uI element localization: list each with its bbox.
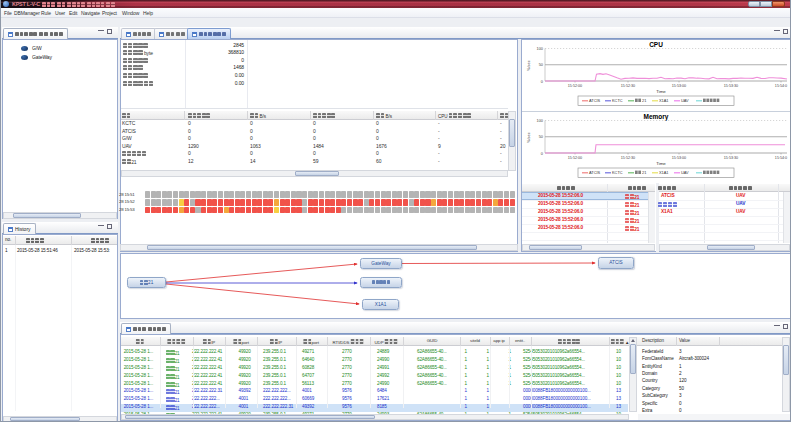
svg-text:15:53:30: 15:53:30 — [724, 156, 738, 160]
svg-text:%/sec: %/sec — [526, 60, 531, 71]
svg-text:0: 0 — [541, 79, 544, 84]
svg-text:UAV: UAV — [681, 98, 689, 103]
svg-text:15:52:00: 15:52:00 — [568, 84, 582, 88]
svg-text:15:53:30: 15:53:30 — [724, 84, 738, 88]
svg-text:KCTC: KCTC — [612, 170, 623, 175]
svg-text:100: 100 — [537, 118, 544, 123]
svg-text:0: 0 — [541, 151, 544, 156]
svg-text:KCTC: KCTC — [612, 98, 623, 103]
svg-text:ATCIS: ATCIS — [589, 170, 601, 175]
svg-text:15:54:0: 15:54:0 — [775, 84, 787, 88]
svg-text:50: 50 — [539, 62, 544, 67]
svg-text:X1A1: X1A1 — [659, 170, 669, 175]
svg-text:15:53:00: 15:53:00 — [672, 84, 686, 88]
svg-text:Memory: Memory — [644, 113, 669, 121]
svg-text:ATCIS: ATCIS — [589, 98, 601, 103]
svg-text:Time: Time — [656, 89, 666, 94]
svg-text:100: 100 — [537, 46, 544, 51]
svg-text:X1A1: X1A1 — [659, 98, 669, 103]
svg-text:Time: Time — [656, 161, 666, 166]
svg-text:%/sec: %/sec — [526, 132, 531, 143]
svg-text:15:52:30: 15:52:30 — [621, 156, 635, 160]
svg-text:21: 21 — [642, 98, 646, 103]
svg-text:15:54:0: 15:54:0 — [775, 156, 787, 160]
svg-text:15:53:00: 15:53:00 — [672, 156, 686, 160]
svg-text:UAV: UAV — [681, 170, 689, 175]
svg-text:15:52:00: 15:52:00 — [568, 156, 582, 160]
svg-text:21: 21 — [642, 170, 646, 175]
svg-text:CPU: CPU — [649, 41, 663, 48]
svg-text:50: 50 — [539, 134, 544, 139]
svg-text:15:52:30: 15:52:30 — [621, 84, 635, 88]
